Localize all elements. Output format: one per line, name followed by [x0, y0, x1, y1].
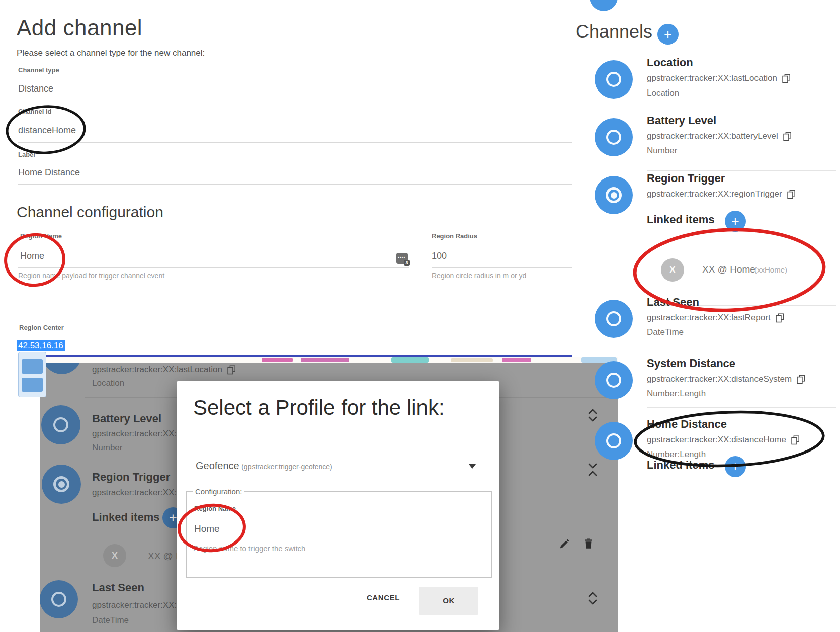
cancel-button[interactable]: CANCEL [356, 588, 411, 608]
profile-name: Geofence [196, 460, 239, 471]
add-link-button[interactable]: + [725, 456, 746, 477]
autofill-popup[interactable] [18, 352, 46, 397]
copy-icon[interactable] [787, 190, 796, 199]
copy-icon[interactable] [782, 74, 791, 83]
plus-icon: + [169, 511, 177, 525]
plus-icon: + [731, 215, 739, 228]
partial-fab [590, 0, 618, 11]
modal-region-name-input[interactable]: Home [194, 523, 220, 534]
map-fragment [301, 358, 349, 362]
edit-link-pencil-icon[interactable] [559, 538, 570, 550]
field-underline [18, 101, 572, 101]
copy-icon[interactable] [797, 375, 805, 384]
profile-dialog: Select a Profile for the link: Geofence … [177, 381, 499, 630]
last-seen-channel-icon [40, 580, 78, 618]
autofill-badge: 3 [404, 260, 410, 266]
map-strip [18, 357, 618, 363]
unfold-more-icon[interactable] [587, 408, 598, 423]
channel-id-text: gpstracker:tracker:XX:regionTrigger [647, 189, 782, 199]
autofill-icon[interactable]: •••• 3 [396, 253, 408, 264]
copy-icon[interactable] [791, 435, 800, 445]
label-label: Label [18, 151, 35, 158]
map-fragment [262, 358, 293, 362]
channel-id-input[interactable]: distanceHome [18, 125, 76, 136]
channel-type: Number:Length [647, 449, 706, 460]
unfold-less-icon[interactable] [587, 462, 598, 477]
channel-id: gpstracker:tracker:XX:lastLocation [647, 73, 791, 83]
map-fragment [502, 358, 531, 362]
region-center-input[interactable]: 42.53,16.16 [17, 341, 65, 351]
linked-items-heading: Linked items [647, 459, 714, 472]
home-distance-channel-icon [595, 422, 633, 460]
copy-icon[interactable] [776, 313, 784, 323]
field-underline [18, 267, 409, 268]
channel-id-text: gpstracker:tracker:XX:distanceSystem [647, 374, 792, 384]
location-channel-icon [42, 363, 81, 374]
copy-icon[interactable] [783, 132, 792, 141]
chip-label: XX @ Home [702, 264, 755, 275]
add-channel-button[interactable]: + [657, 24, 679, 45]
channel-id-label: Channel id [18, 108, 51, 115]
dim-channel-title: Battery Level [92, 412, 177, 425]
page-title: Add channel [17, 15, 142, 40]
channel-type: Number:Length [647, 389, 706, 399]
dim-channel-id: gpstracker:tracker:XX:lastReport [92, 600, 177, 610]
channel-type-select[interactable]: Distance [18, 83, 53, 94]
profile-qualifier: (gpstracker:trigger-geofence) [241, 463, 332, 471]
dialog-title: Select a Profile for the link: [193, 396, 445, 420]
plus-icon: + [731, 460, 739, 474]
dim-channel-id: gpstracker:tracker:XX:regionTrigger [92, 488, 177, 498]
modal-region-name-helper: Region name to trigger the switch [193, 544, 305, 553]
unfold-more-icon[interactable] [587, 591, 598, 606]
field-underline [18, 142, 572, 143]
map-fragment [451, 358, 493, 362]
profile-select[interactable]: Geofence (gpstracker:trigger-geofence) [196, 460, 332, 472]
dim-channel-type: Number [92, 443, 122, 453]
channel-title: Battery Level [647, 114, 716, 127]
divider [647, 345, 836, 345]
copy-icon[interactable] [227, 365, 236, 375]
channel-title: System Distance [647, 357, 735, 370]
channel-id-text: gpstracker:tracker:XX:lastLocation [647, 73, 777, 83]
ok-button[interactable]: OK [419, 587, 478, 615]
autofill-suggestion[interactable] [22, 378, 43, 392]
location-channel-icon [595, 60, 633, 99]
channels-heading: Channels [576, 21, 652, 42]
autofill-suggestion[interactable] [22, 359, 43, 374]
region-trigger-channel-icon [595, 176, 633, 214]
channel-id-text: gpstracker:tracker:XX:batteryLevel [647, 131, 778, 141]
channel-title: Region Trigger [647, 172, 725, 185]
dim-channel-title: Region Trigger [92, 471, 179, 484]
dim-channel-id: gpstracker:tracker:XX:lastLocation [92, 365, 308, 375]
select-underline [194, 481, 484, 481]
region-center-label: Region Center [19, 324, 64, 331]
channel-id: gpstracker:tracker:XX:lastReport [647, 313, 784, 323]
screen: Add channel Please select a channel type… [0, 0, 840, 632]
linked-item-avatar: X [103, 544, 126, 567]
linked-item-chip[interactable]: X XX @ Home (xxHome) [661, 258, 827, 282]
region-name-input[interactable]: Home [20, 251, 44, 261]
region-radius-input[interactable]: 100 [432, 251, 447, 261]
region-trigger-channel-icon [42, 465, 81, 504]
dim-channel-type: DateTime [92, 615, 129, 625]
dim-channel-type: Location [92, 378, 124, 388]
map-fragment [391, 357, 429, 363]
dim-linked-items-heading: Linked items [92, 511, 159, 524]
label-input[interactable]: Home Distance [18, 167, 80, 178]
region-name-label: Region Name [20, 232, 62, 240]
config-legend: Configuration: [193, 487, 244, 496]
modal-region-name-label: Region Name [194, 505, 236, 512]
battery-channel-icon [41, 405, 80, 444]
add-link-button[interactable]: + [725, 211, 746, 232]
chip-suffix: (xxHome) [754, 265, 787, 274]
linked-item-label: XX @ Home (xxHome) [148, 551, 177, 562]
config-heading: Channel configuration [17, 204, 163, 221]
region-radius-helper: Region circle radius in m or yd [432, 272, 526, 280]
divider [647, 170, 836, 171]
channel-title: Location [647, 56, 693, 69]
channel-title: Last Seen [647, 296, 699, 309]
selected-text: 42.53,16.16 [17, 340, 65, 351]
delete-link-trash-icon[interactable] [584, 538, 593, 549]
channel-type: Number [647, 146, 677, 156]
input-underline [193, 540, 318, 540]
